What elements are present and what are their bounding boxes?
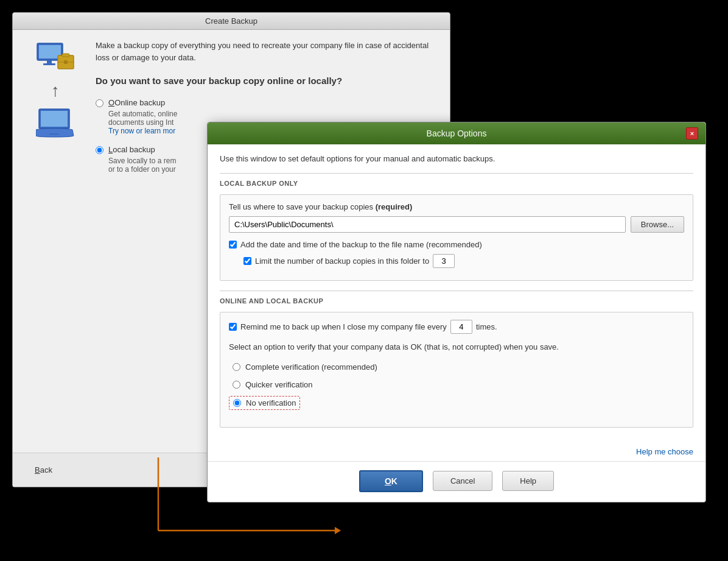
laptop-icon (36, 108, 75, 138)
location-input[interactable] (229, 216, 626, 233)
online-label: OOnline backup (108, 98, 177, 107)
browse-button[interactable]: Browse... (631, 216, 684, 233)
modal-title: Backup Options (227, 129, 686, 138)
date-checkbox[interactable] (229, 241, 237, 249)
no-verify-row: No verification (229, 396, 300, 410)
svg-rect-2 (47, 60, 52, 63)
help-me-choose-link[interactable]: Help me choose (208, 447, 705, 461)
upload-arrow-icon: ↑ (51, 81, 60, 101)
complete-verify-row: Complete verification (recommended) (229, 361, 684, 373)
backup-question: Do you want to save your backup copy onl… (96, 76, 440, 86)
no-verify-row-outer: No verification (229, 396, 684, 415)
local-section-box: Tell us where to save your backup copies… (220, 194, 693, 281)
times-input[interactable] (450, 320, 472, 334)
svg-rect-5 (62, 54, 69, 57)
online-sublabel: Get automatic, onlinedocuments using Int (108, 110, 177, 127)
verify-desc: Select an option to verify that your com… (229, 341, 684, 353)
quicker-verify-radio[interactable] (233, 381, 240, 389)
complete-verify-radio[interactable] (233, 363, 240, 371)
cancel-button[interactable]: Cancel (433, 471, 492, 491)
svg-rect-3 (43, 63, 55, 65)
svg-marker-13 (335, 527, 341, 534)
remind-checkbox[interactable] (229, 323, 237, 331)
limit-checkbox-label: Limit the number of backup copies in thi… (255, 256, 429, 266)
back-button[interactable]: Back (25, 462, 62, 478)
quicker-verify-row: Quicker verification (229, 378, 684, 391)
remind-row: Remind me to back up when I close my com… (229, 320, 684, 334)
complete-verify-label: Complete verification (recommended) (245, 362, 377, 372)
no-verify-radio[interactable] (233, 399, 241, 407)
no-verify-label: No verification (246, 398, 296, 408)
backup-options-modal: Backup Options × Use this window to set … (207, 122, 706, 503)
ok-button[interactable]: OK (359, 470, 423, 492)
create-backup-titlebar: Create Backup (13, 13, 450, 30)
modal-body: Use this window to set default options f… (208, 144, 705, 447)
limit-input[interactable] (433, 254, 455, 268)
online-section-box: Remind me to back up when I close my com… (220, 312, 693, 428)
date-checkbox-label: Add the date and time of the backup to t… (240, 240, 482, 249)
online-radio[interactable] (96, 99, 103, 107)
location-label: Tell us where to save your backup copies… (229, 202, 684, 211)
location-row: Browse... (229, 216, 684, 233)
local-label: Local backup (108, 145, 176, 154)
local-sublabel: Save locally to a remor to a folder on y… (108, 157, 176, 174)
limit-checkbox-row: Limit the number of backup copies in thi… (229, 254, 684, 268)
try-link[interactable]: Try now or learn mor (108, 127, 177, 135)
backup-description: Make a backup copy of everything you nee… (96, 40, 440, 63)
computer-icon (36, 42, 75, 74)
modal-close-button[interactable]: × (686, 127, 698, 139)
date-checkbox-row: Add the date and time of the backup to t… (229, 240, 684, 249)
create-backup-title: Create Backup (205, 16, 257, 26)
online-section-header: ONLINE AND LOCAL BACKUP (220, 291, 693, 305)
svg-rect-7 (64, 60, 68, 64)
help-button[interactable]: Help (502, 471, 554, 491)
svg-rect-9 (41, 111, 68, 127)
local-section-header: LOCAL BACKUP ONLY (220, 173, 693, 187)
modal-intro: Use this window to set default options f… (220, 154, 693, 163)
limit-checkbox[interactable] (243, 257, 251, 265)
remind-label: Remind me to back up when I close my com… (240, 322, 447, 331)
modal-titlebar: Backup Options × (208, 122, 705, 144)
svg-rect-10 (49, 133, 59, 135)
local-radio[interactable] (96, 146, 103, 154)
times-suffix: times. (476, 322, 497, 331)
modal-footer: OK Cancel Help (208, 461, 705, 502)
quicker-verify-label: Quicker verification (245, 380, 313, 389)
backup-icon-area: ↑ (25, 42, 86, 138)
